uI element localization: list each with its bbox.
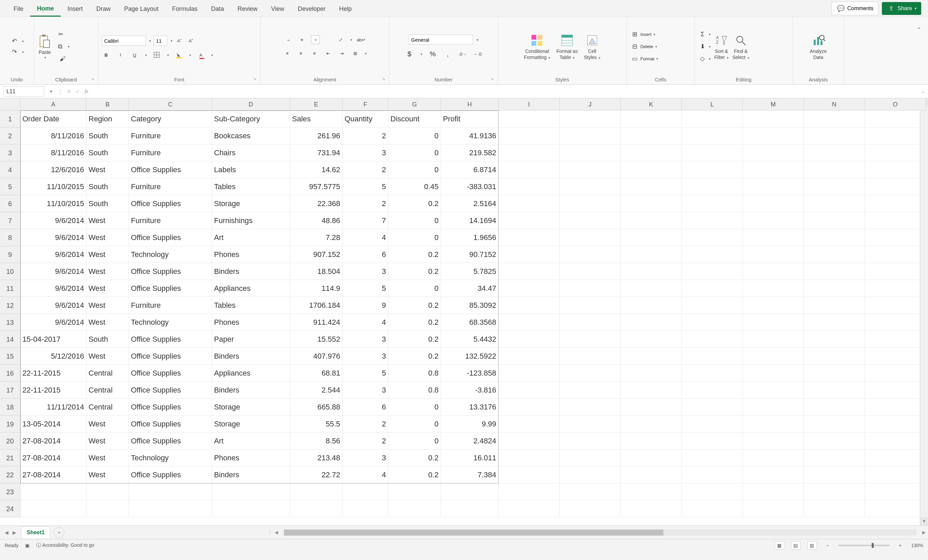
cell-I14[interactable] [499, 331, 560, 348]
cell-C12[interactable]: Furniture [129, 297, 212, 314]
chevron-down-icon[interactable]: ▾ [22, 50, 24, 54]
cell-B3[interactable]: South [87, 145, 129, 161]
cell-H21[interactable]: 16.011 [441, 449, 499, 466]
cell-B2[interactable]: South [87, 128, 129, 145]
cell-F3[interactable]: 3 [343, 145, 388, 161]
cell-I21[interactable] [499, 449, 560, 466]
cell-J8[interactable] [560, 229, 621, 246]
cell-A16[interactable]: 22-11-2015 [20, 365, 87, 382]
cell-G11[interactable]: 0 [388, 280, 441, 297]
column-header-J[interactable]: J [560, 98, 621, 111]
chevron-down-icon[interactable]: ▾ [47, 88, 56, 94]
cell-F20[interactable]: 2 [343, 432, 388, 449]
cell-M6[interactable] [743, 195, 804, 212]
cell-C2[interactable]: Furniture [129, 128, 212, 145]
cell-A18[interactable]: 11/11/2014 [20, 399, 87, 415]
cell-O19[interactable] [865, 415, 926, 432]
row-header-20[interactable]: 20 [0, 432, 20, 449]
cell-I6[interactable] [499, 195, 560, 212]
cell-B1[interactable]: Region [87, 111, 129, 128]
tab-data[interactable]: Data [204, 1, 230, 16]
align-left-button[interactable]: ≡ [283, 49, 292, 58]
dialog-launcher-icon[interactable]: ↘ [91, 77, 94, 81]
cell-C18[interactable]: Office Supplies [129, 399, 212, 415]
cell-A5[interactable]: 11/10/2015 [20, 178, 87, 195]
cell-E24[interactable] [290, 500, 343, 517]
cell-J7[interactable] [560, 212, 621, 229]
cell-N8[interactable] [804, 229, 865, 246]
cell-J6[interactable] [560, 195, 621, 212]
cell-E16[interactable]: 68.81 [290, 365, 343, 382]
cell-M17[interactable] [743, 382, 804, 399]
cell-K5[interactable] [621, 178, 682, 195]
cell-J22[interactable] [560, 466, 621, 483]
chevron-down-icon[interactable]: ▾ [350, 38, 352, 42]
cell-J5[interactable] [560, 178, 621, 195]
cell-J23[interactable] [560, 483, 621, 500]
cell-O24[interactable] [865, 500, 926, 517]
cell-K19[interactable] [621, 415, 682, 432]
sheet-nav-prev-icon[interactable]: ◀ [3, 528, 10, 537]
cell-N23[interactable] [804, 483, 865, 500]
cell-I16[interactable] [499, 365, 560, 382]
cell-D24[interactable] [212, 500, 290, 517]
cell-L5[interactable] [682, 178, 743, 195]
cell-K17[interactable] [621, 382, 682, 399]
cell-F22[interactable]: 4 [343, 466, 388, 483]
cell-G8[interactable]: 0 [388, 229, 441, 246]
expand-formula-bar-icon[interactable]: ⌄ [918, 89, 928, 94]
cell-K2[interactable] [621, 128, 682, 145]
cell-B6[interactable]: South [87, 195, 129, 212]
zoom-out-button[interactable]: − [824, 543, 832, 548]
tab-file[interactable]: File [7, 1, 30, 16]
cell-H23[interactable] [441, 483, 499, 500]
cell-O23[interactable] [865, 483, 926, 500]
cell-N19[interactable] [804, 415, 865, 432]
cell-F24[interactable] [343, 500, 388, 517]
cell-F8[interactable]: 4 [343, 229, 388, 246]
chevron-down-icon[interactable]: ▾ [709, 57, 711, 61]
scroll-left-icon[interactable]: ◀ [272, 530, 281, 535]
cell-D9[interactable]: Phones [212, 246, 290, 263]
row-header-24[interactable]: 24 [0, 500, 20, 517]
cell-C4[interactable]: Office Supplies [129, 161, 212, 178]
cell-H19[interactable]: 9.99 [441, 415, 499, 432]
cell-L7[interactable] [682, 212, 743, 229]
cell-H11[interactable]: 34.47 [441, 280, 499, 297]
cell-N16[interactable] [804, 365, 865, 382]
cell-L23[interactable] [682, 483, 743, 500]
cell-F2[interactable]: 2 [343, 128, 388, 145]
increase-font-button[interactable]: Aˆ [175, 36, 184, 45]
increase-indent-button[interactable]: ⇥ [337, 49, 346, 58]
decrease-indent-button[interactable]: ⇤ [324, 49, 333, 58]
merge-center-button[interactable]: ⊞ [351, 49, 360, 58]
cell-H24[interactable] [441, 500, 499, 517]
page-break-view-button[interactable]: ▥ [807, 541, 817, 549]
cell-D19[interactable]: Storage [212, 415, 290, 432]
cell-K20[interactable] [621, 432, 682, 449]
cell-B19[interactable]: West [87, 415, 129, 432]
chevron-down-icon[interactable]: ▾ [365, 52, 367, 55]
cell-A24[interactable] [20, 500, 87, 517]
cell-O21[interactable] [865, 449, 926, 466]
cell-K23[interactable] [621, 483, 682, 500]
chevron-down-icon[interactable]: ▾ [211, 53, 213, 57]
cell-A15[interactable]: 5/12/2016 [20, 348, 87, 365]
fill-button[interactable]: ⬇▾ [698, 42, 711, 51]
cell-K8[interactable] [621, 229, 682, 246]
cell-D21[interactable]: Phones [212, 449, 290, 466]
cell-E14[interactable]: 15.552 [290, 331, 343, 348]
cell-I3[interactable] [499, 145, 560, 161]
cell-H13[interactable]: 68.3568 [441, 314, 499, 331]
cell-I24[interactable] [499, 500, 560, 517]
decrease-font-button[interactable]: Aˇ [186, 36, 195, 45]
cell-D11[interactable]: Appliances [212, 280, 290, 297]
cell-I4[interactable] [499, 161, 560, 178]
tab-insert[interactable]: Insert [61, 1, 90, 16]
chevron-down-icon[interactable]: ▾ [655, 45, 657, 49]
cell-A23[interactable] [20, 483, 87, 500]
cell-L15[interactable] [682, 348, 743, 365]
cell-M19[interactable] [743, 415, 804, 432]
cell-B5[interactable]: South [87, 178, 129, 195]
cell-F11[interactable]: 5 [343, 280, 388, 297]
